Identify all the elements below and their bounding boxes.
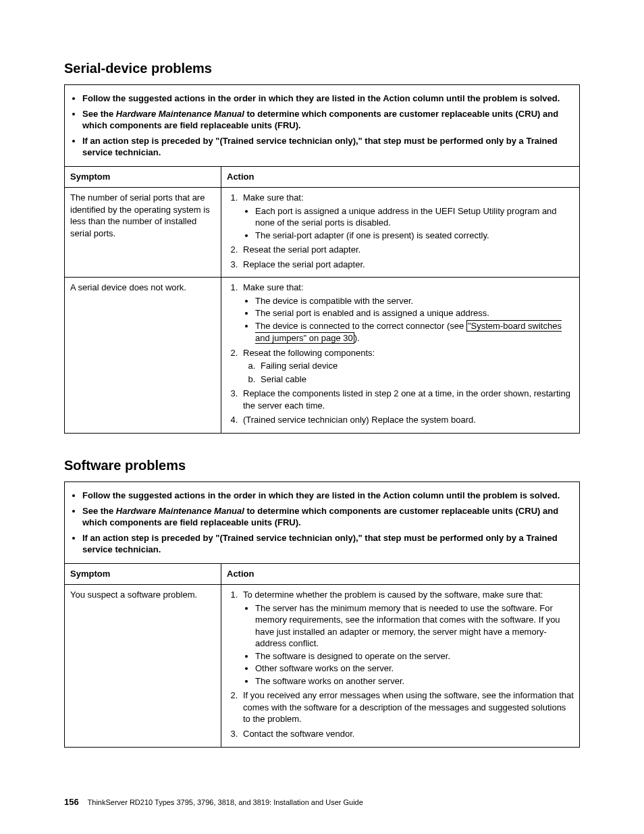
page-footer: 156 ThinkServer RD210 Types 3795, 3796, … xyxy=(64,797,363,807)
table-row: The number of serial ports that are iden… xyxy=(65,188,580,278)
action-step: (Trained service technician only) Replac… xyxy=(240,414,574,426)
action-bullet: The serial-port adapter (if one is prese… xyxy=(255,230,574,242)
action-bullet: Other software works on the server. xyxy=(255,662,574,675)
action-step: Contact the software vendor. xyxy=(240,728,574,740)
notice-item: If an action step is preceded by "(Train… xyxy=(82,136,574,159)
col-header-symptom: Symptom xyxy=(65,167,221,188)
notice-italic: Hardware Maintenance Manual xyxy=(116,506,244,516)
action-text: Make sure that: xyxy=(243,282,304,292)
action-bullet: The serial port is enabled and is assign… xyxy=(255,307,574,319)
table-row: A serial device does not work. Make sure… xyxy=(65,278,580,434)
section-heading: Software problems xyxy=(64,458,580,473)
symptom-cell: You suspect a software problem. xyxy=(65,584,221,747)
section-heading: Serial-device problems xyxy=(64,61,580,76)
action-step: Replace the serial port adapter. xyxy=(240,259,574,271)
action-bullet: Each port is assigned a unique address i… xyxy=(255,205,574,229)
notice-cell: Follow the suggested actions in the orde… xyxy=(65,481,580,563)
action-cell: Make sure that: Each port is assigned a … xyxy=(221,188,580,278)
notice-text: See the xyxy=(82,109,116,119)
software-table: Follow the suggested actions in the orde… xyxy=(64,481,580,748)
action-step: If you received any error messages when … xyxy=(240,689,574,725)
action-step: Make sure that: Each port is assigned a … xyxy=(240,192,574,241)
action-bullet: The server has the minimum memory that i… xyxy=(255,602,574,650)
notice-item: Follow the suggested actions in the orde… xyxy=(82,490,574,502)
action-bullet: The device is compatible with the server… xyxy=(255,295,574,307)
action-text: ). xyxy=(354,333,360,343)
notice-item: If an action step is preceded by "(Train… xyxy=(82,533,574,556)
action-text: To determine whether the problem is caus… xyxy=(243,590,543,600)
action-bullet: The software works on another server. xyxy=(255,675,574,687)
action-step: Reseat the serial port adapter. xyxy=(240,244,574,256)
serial-device-table: Follow the suggested actions in the orde… xyxy=(64,84,580,434)
document-page: Serial-device problems Follow the sugges… xyxy=(0,0,644,834)
notice-cell: Follow the suggested actions in the orde… xyxy=(65,85,580,167)
action-cell: Make sure that: The device is compatible… xyxy=(221,278,580,434)
symptom-cell: The number of serial ports that are iden… xyxy=(65,188,221,278)
action-step: Replace the components listed in step 2 … xyxy=(240,388,574,411)
action-substep: Failing serial device xyxy=(258,360,574,372)
notice-item: Follow the suggested actions in the orde… xyxy=(82,93,574,105)
action-step: To determine whether the problem is caus… xyxy=(240,589,574,687)
col-header-action: Action xyxy=(221,167,580,188)
action-bullet: The software is designed to operate on t… xyxy=(255,650,574,662)
notice-italic: Hardware Maintenance Manual xyxy=(116,109,244,119)
col-header-action: Action xyxy=(221,564,580,585)
action-cell: To determine whether the problem is caus… xyxy=(221,584,580,747)
notice-item: See the Hardware Maintenance Manual to d… xyxy=(82,506,574,529)
notice-item: See the Hardware Maintenance Manual to d… xyxy=(82,109,574,132)
page-number: 156 xyxy=(64,797,79,807)
action-text: Reseat the following components: xyxy=(243,348,375,358)
notice-text: See the xyxy=(82,506,116,516)
action-bullet: The device is connected to the correct c… xyxy=(255,320,574,344)
table-row: You suspect a software problem. To deter… xyxy=(65,584,580,747)
action-step: Reseat the following components: Failing… xyxy=(240,347,574,386)
action-substep: Serial cable xyxy=(258,373,574,386)
action-text: The device is connected to the correct c… xyxy=(255,321,466,331)
col-header-symptom: Symptom xyxy=(65,564,221,585)
symptom-cell: A serial device does not work. xyxy=(65,278,221,434)
action-text: Make sure that: xyxy=(243,192,304,203)
footer-text: ThinkServer RD210 Types 3795, 3796, 3818… xyxy=(88,798,363,806)
action-step: Make sure that: The device is compatible… xyxy=(240,282,574,344)
